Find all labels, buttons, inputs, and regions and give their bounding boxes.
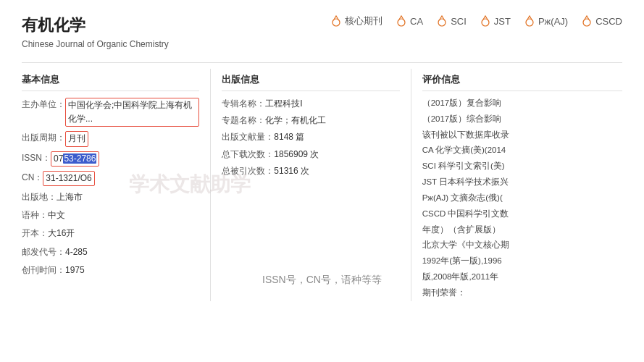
founded-row: 创刊时间： 1975 — [22, 261, 199, 279]
eval-2017-compound: （2017版）复合影响 — [422, 96, 622, 111]
eval-jst: JST 日本科学技术振兴 — [422, 174, 622, 190]
bottom-hint: ISSN号，CN号，语种等等 — [262, 274, 382, 287]
sponsor-label: 主办单位： — [22, 98, 65, 111]
medal-icon-jst — [480, 15, 491, 27]
eval-2008: 版,2008年版,2011年 — [422, 269, 622, 285]
eval-ca: CA 化学文摘(美)(2014 — [422, 143, 622, 159]
founded-value: 1975 — [65, 264, 85, 277]
pub-info-title: 出版信息 — [222, 69, 399, 91]
size-row: 开本： 大16开 — [22, 224, 199, 243]
language-row: 语种： 中文 — [22, 206, 199, 224]
language-value: 中文 — [48, 209, 65, 222]
issn-prefix: 07 — [54, 153, 63, 164]
badge-label-hexin: 核心期刊 — [345, 14, 382, 28]
sponsor-value: 中国化学会;中国科学院上海有机化学... — [65, 98, 199, 127]
postal-value: 4-285 — [65, 245, 88, 259]
badge-label-sci: SCI — [451, 16, 467, 27]
location-value: 上海市 — [57, 190, 83, 204]
location-label: 出版地： — [22, 190, 57, 204]
size-value: 大16开 — [48, 227, 75, 240]
issn-value: 0753-2786 — [51, 151, 99, 167]
eval-year-ext: 年度）（含扩展版） — [422, 222, 622, 238]
cn-label: CN： — [22, 171, 43, 185]
cn-row: CN： 31-1321/O6 — [22, 169, 199, 188]
medal-icon-cscd — [581, 15, 593, 27]
eval-1992: 1992年(第一版),1996 — [422, 253, 622, 269]
pub-docs: 出版文献量：8148 篇 — [222, 129, 399, 146]
period-value: 月刊 — [65, 131, 88, 146]
badge-hexin: 核心期刊 — [330, 14, 382, 28]
badge-sci: SCI — [436, 15, 467, 27]
badge-label-cscd: CSCD — [595, 16, 622, 27]
eval-beida: 北京大学《中文核心期 — [422, 237, 622, 253]
svg-point-5 — [583, 19, 590, 26]
eval-honor: 期刊荣誉： — [422, 285, 622, 301]
basic-info-col: 基本信息 主办单位： 中国化学会;中国科学院上海有机化学... 出版周期： 月刊… — [22, 69, 211, 301]
medal-icon-sci — [436, 15, 448, 27]
language-label: 语种： — [22, 209, 48, 222]
svg-point-2 — [438, 19, 446, 26]
postal-row: 邮发代号： 4-285 — [22, 243, 199, 261]
svg-point-3 — [482, 19, 489, 26]
badge-label-ca: CA — [410, 16, 423, 27]
medal-icon-rj — [524, 15, 535, 27]
issn-row: ISSN： 0753-2786 — [22, 149, 199, 169]
badge-label-jst: JST — [494, 16, 511, 27]
cn-value: 31-1321/O6 — [43, 171, 94, 186]
period-row: 出版周期： 月刊 — [22, 129, 199, 148]
svg-point-4 — [526, 19, 533, 26]
svg-point-1 — [398, 19, 405, 26]
eval-info-col: 评价信息 （2017版）复合影响 （2017版）综合影响 该刊被以下数据库收录 … — [422, 69, 622, 301]
svg-point-0 — [333, 19, 340, 26]
eval-rj: Рж(AJ) 文摘杂志(俄)( — [422, 190, 622, 206]
issn-label: ISSN： — [22, 151, 51, 165]
badge-ca: CA — [396, 15, 423, 27]
eval-info-title: 评价信息 — [422, 69, 622, 91]
pub-downloads: 总下载次数：1856909 次 — [222, 146, 399, 163]
eval-db-intro: 该刊被以下数据库收录 — [422, 127, 622, 143]
badge-row: 核心期刊 CA SC — [330, 14, 622, 28]
basic-info-title: 基本信息 — [22, 69, 199, 91]
pub-zhuanji: 专辑名称：工程科技I — [222, 96, 399, 112]
postal-label: 邮发代号： — [22, 245, 65, 259]
badge-label-rj: Рж(AJ) — [538, 16, 568, 27]
pub-zhuanti: 专题名称：化学；有机化工 — [222, 112, 399, 129]
medal-icon-ca — [396, 15, 407, 27]
badge-jst: JST — [480, 15, 511, 27]
header-divider — [22, 62, 622, 63]
pub-citations: 总被引次数：51316 次 — [222, 163, 399, 180]
location-row: 出版地： 上海市 — [22, 188, 199, 206]
founded-label: 创刊时间： — [22, 264, 65, 277]
period-label: 出版周期： — [22, 131, 65, 145]
issn-highlight: 53-2786 — [63, 153, 96, 164]
journal-subtitle: Chinese Journal of Organic Chemistry — [22, 39, 169, 49]
size-label: 开本： — [22, 227, 48, 240]
eval-sci: SCI 科学引文索引(美) — [422, 159, 622, 174]
eval-2017-combined: （2017版）综合影响 — [422, 111, 622, 127]
pub-info-col: 出版信息 专辑名称：工程科技I 专题名称：化学；有机化工 出版文献量：8148 … — [222, 69, 411, 301]
badge-rj: Рж(AJ) — [524, 15, 568, 27]
badge-cscd: CSCD — [581, 15, 622, 27]
medal-icon-hexin — [330, 15, 342, 27]
eval-cscd: CSCD 中国科学引文数 — [422, 206, 622, 222]
journal-title: 有机化学 — [22, 14, 169, 36]
sponsor-row: 主办单位： 中国化学会;中国科学院上海有机化学... — [22, 96, 199, 129]
